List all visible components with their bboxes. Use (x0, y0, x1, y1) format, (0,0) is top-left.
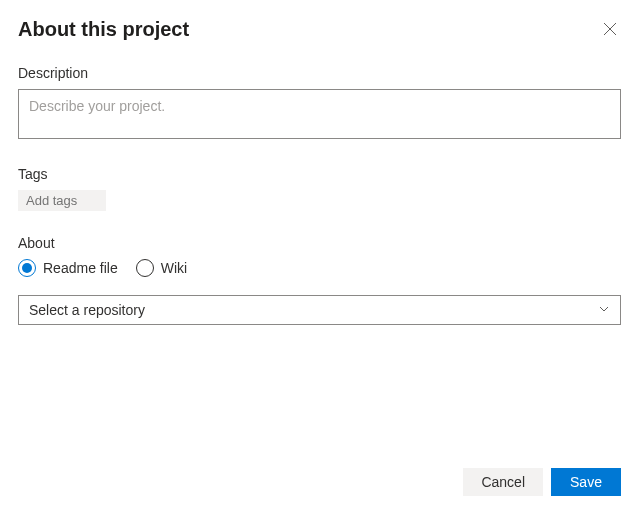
radio-readme-label: Readme file (43, 260, 118, 276)
repository-dropdown-text: Select a repository (29, 302, 145, 318)
chevron-down-icon (598, 302, 610, 318)
close-button[interactable] (599, 18, 621, 43)
repository-dropdown[interactable]: Select a repository (18, 295, 621, 325)
dialog-footer: Cancel Save (18, 468, 621, 514)
dialog-title: About this project (18, 18, 189, 41)
radio-wiki-label: Wiki (161, 260, 187, 276)
dialog-header: About this project (18, 18, 621, 43)
description-textarea[interactable] (18, 89, 621, 139)
tags-section: Tags (18, 166, 621, 211)
cancel-button[interactable]: Cancel (463, 468, 543, 496)
close-icon (603, 22, 617, 39)
radio-unselected-icon (136, 259, 154, 277)
about-project-dialog: About this project Description Tags Abou… (0, 0, 639, 514)
about-label: About (18, 235, 621, 251)
description-section: Description (18, 65, 621, 142)
radio-readme[interactable]: Readme file (18, 259, 118, 277)
description-label: Description (18, 65, 621, 81)
save-button[interactable]: Save (551, 468, 621, 496)
radio-wiki[interactable]: Wiki (136, 259, 187, 277)
tags-input[interactable] (18, 190, 106, 211)
tags-label: Tags (18, 166, 621, 182)
radio-selected-icon (18, 259, 36, 277)
about-radio-group: Readme file Wiki (18, 259, 621, 277)
about-section: About Readme file Wiki Select a reposito… (18, 235, 621, 325)
